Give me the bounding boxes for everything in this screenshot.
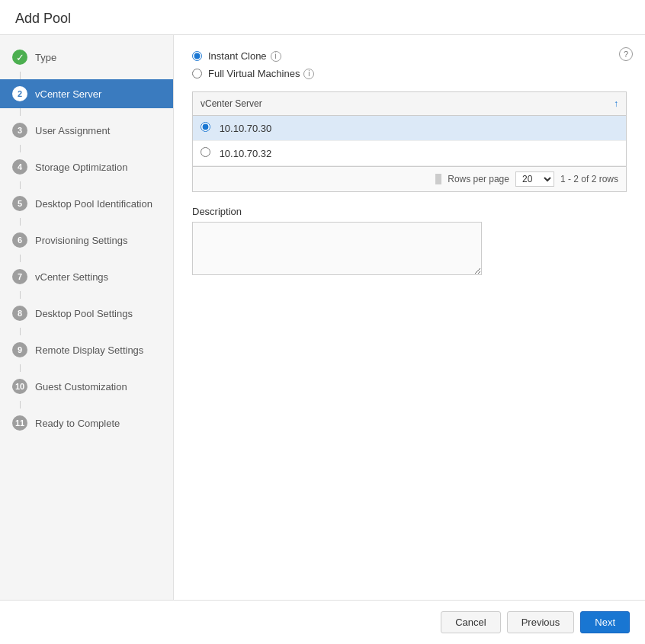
step-num-9: 9 [12,342,27,357]
add-pool-dialog: Add Pool ✓ Type 2 vCenter Server 3 User … [0,0,645,644]
full-vm-label: Full Virtual Machines [208,68,300,79]
sidebar-item-label-5: Desktop Pool Identification [35,198,152,210]
vcenter-table-container: vCenter Server ↑ 10.10.70.30 10.10.70.32… [192,91,627,192]
cancel-button[interactable]: Cancel [441,611,500,633]
step-num-7: 7 [12,269,27,284]
sidebar-item-label-10: Guest Customization [35,381,127,392]
step-num-5: 5 [12,196,27,211]
help-icon[interactable]: ? [619,47,633,61]
description-label: Description [192,206,627,217]
sidebar-item-label-4: Storage Optimization [35,162,127,173]
step-num-11: 11 [12,415,27,431]
type-radio-group: Instant Clone i Full Virtual Machines i [192,50,627,79]
full-vm-radio[interactable] [192,69,202,78]
step-num-10: 10 [12,379,27,394]
sidebar-item-vcenter-settings[interactable]: 7 vCenter Settings [0,262,173,291]
step-connector-9 [20,364,21,372]
step-connector-8 [20,328,21,335]
step-connector-4 [20,181,21,189]
vcenter-table: vCenter Server ↑ 10.10.70.30 10.10.70.32 [193,92,626,166]
instant-clone-option[interactable]: Instant Clone i [192,50,627,62]
sidebar-item-label-2: vCenter Server [35,88,101,100]
dialog-title: Add Pool [0,0,645,35]
sidebar-item-guest-customization[interactable]: 10 Guest Customization [0,372,173,401]
table-footer: Rows per page 102050100 1 - 2 of 2 rows [193,166,626,191]
rows-per-page-select[interactable]: 102050100 [515,171,554,187]
dialog-body: ✓ Type 2 vCenter Server 3 User Assignmen… [0,35,645,600]
vcenter-table-body: 10.10.70.30 10.10.70.32 [193,116,626,166]
sidebar-item-label-1: Type [35,52,56,63]
main-content: ? Instant Clone i Full Virtual Machines … [174,35,645,600]
instant-clone-radio[interactable] [192,51,202,61]
description-textarea[interactable] [192,222,482,275]
pagination-info: 1 - 2 of 2 rows [560,174,618,184]
row-ip: 10.10.70.32 [220,148,272,159]
sidebar: ✓ Type 2 vCenter Server 3 User Assignmen… [0,35,174,600]
step-num-2: 2 [12,86,27,101]
step-connector-10 [20,401,21,409]
vcenter-server-column-header[interactable]: vCenter Server ↑ [193,92,626,116]
full-vm-info-icon[interactable]: i [303,69,314,79]
sidebar-item-label-11: Ready to Complete [35,418,120,429]
instant-clone-label: Instant Clone [208,50,267,62]
description-section: Description [192,206,627,277]
sidebar-item-label-8: Desktop Pool Settings [35,308,133,319]
rows-per-page-label: Rows per page [448,174,509,184]
step-connector-6 [20,255,21,262]
next-button[interactable]: Next [580,611,630,633]
step-num-8: 8 [12,306,27,321]
sidebar-item-label-3: User Assignment [35,125,110,136]
sidebar-item-ready-to-complete[interactable]: 11 Ready to Complete [0,409,173,437]
row-radio[interactable] [201,147,210,157]
step-connector-5 [20,218,21,226]
sidebar-item-type[interactable]: ✓ Type [0,43,173,72]
step-num-3: 3 [12,123,27,138]
row-ip: 10.10.70.30 [220,123,272,134]
previous-button[interactable]: Previous [507,611,575,633]
sidebar-item-vcenter-server[interactable]: 2 vCenter Server [0,79,173,108]
step-connector-7 [20,291,21,299]
step-num-6: 6 [12,232,27,248]
dialog-footer: Cancel Previous Next [0,600,645,644]
step-connector-3 [20,145,21,152]
step-connector-1 [20,72,21,79]
step-connector-2 [20,108,21,116]
check-icon-1: ✓ [12,50,27,65]
sidebar-item-label-6: Provisioning Settings [35,235,127,246]
sort-arrow-icon: ↑ [614,98,618,109]
sidebar-item-user-assignment[interactable]: 3 User Assignment [0,116,173,145]
table-row[interactable]: 10.10.70.32 [193,141,626,166]
sidebar-item-label-7: vCenter Settings [35,271,108,283]
resize-handle[interactable] [435,174,441,184]
sidebar-item-label-9: Remote Display Settings [35,344,143,356]
table-row[interactable]: 10.10.70.30 [193,116,626,141]
full-vm-option[interactable]: Full Virtual Machines i [192,68,627,79]
sidebar-item-provisioning-settings[interactable]: 6 Provisioning Settings [0,226,173,255]
sidebar-item-storage-optimization[interactable]: 4 Storage Optimization [0,152,173,181]
sidebar-item-desktop-pool-settings[interactable]: 8 Desktop Pool Settings [0,299,173,328]
instant-clone-info-icon[interactable]: i [271,51,281,62]
row-radio[interactable] [201,122,210,132]
sidebar-item-remote-display-settings[interactable]: 9 Remote Display Settings [0,335,173,364]
step-num-4: 4 [12,159,27,175]
sidebar-item-desktop-pool-identification[interactable]: 5 Desktop Pool Identification [0,189,173,218]
